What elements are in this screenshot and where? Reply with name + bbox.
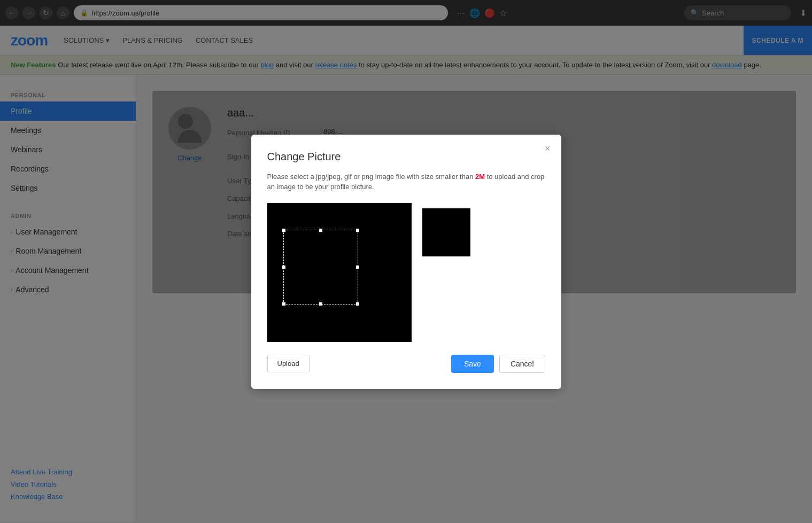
cancel-button[interactable]: Cancel: [499, 355, 545, 373]
crop-area: [267, 203, 412, 342]
modal-instructions: Please select a jpg/jpeg, gif or png ima…: [267, 171, 545, 192]
instructions-pre: Please select a jpg/jpeg, gif or png ima…: [267, 173, 475, 181]
save-button[interactable]: Save: [451, 355, 494, 373]
modal-overlay: × Change Picture Please select a jpg/jpe…: [0, 0, 812, 522]
change-picture-modal: × Change Picture Please select a jpg/jpe…: [251, 135, 561, 389]
crop-handle-bm: [319, 302, 322, 306]
crop-handle-ml: [282, 266, 285, 269]
crop-handle-tm: [319, 229, 322, 232]
image-preview: [422, 208, 470, 256]
crop-dashed-box: [283, 230, 358, 305]
modal-title: Change Picture: [267, 151, 545, 163]
modal-image-area: [267, 203, 545, 342]
crop-handle-mr: [356, 266, 359, 269]
modal-footer: Upload Save Cancel: [267, 355, 545, 373]
modal-action-buttons: Save Cancel: [451, 355, 545, 373]
crop-handle-br: [356, 302, 359, 306]
crop-handle-bl: [282, 302, 285, 306]
crop-handle-tl: [282, 229, 285, 232]
upload-button[interactable]: Upload: [267, 355, 310, 372]
modal-close-button[interactable]: ×: [545, 143, 551, 154]
crop-handle-tr: [356, 229, 359, 232]
size-limit: 2M: [475, 173, 485, 181]
